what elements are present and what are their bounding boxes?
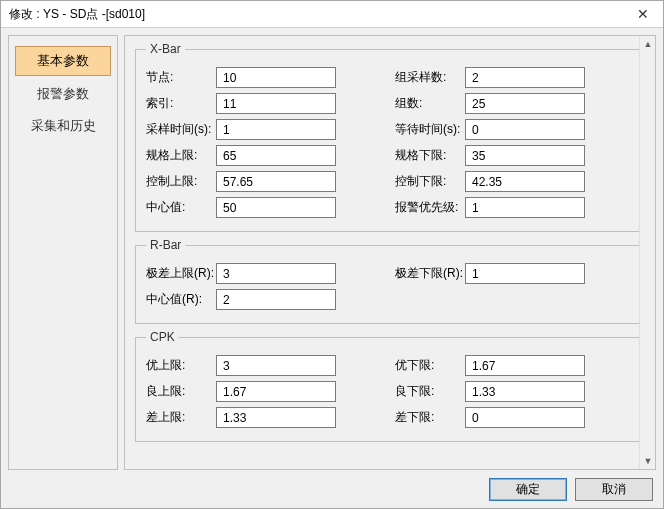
ok-button[interactable]: 确定 (489, 478, 567, 501)
input-sample-time[interactable] (216, 119, 336, 140)
label-group-samples: 组采样数: (395, 69, 465, 86)
scroll-area: X-Bar 节点: 组采样数: 索引: (125, 36, 639, 469)
label-range-upper: 极差上限(R): (146, 265, 216, 282)
label-ctrl-lower: 控制下限: (395, 173, 465, 190)
dialog-window: 修改 : YS - SD点 -[sd010] ✕ 基本参数 报警参数 采集和历史… (0, 0, 664, 509)
sidebar-item-alarm-params[interactable]: 报警参数 (15, 80, 111, 108)
input-group-samples[interactable] (465, 67, 585, 88)
label-good-lower: 良下限: (395, 383, 465, 400)
group-xbar-legend: X-Bar (146, 42, 185, 56)
input-poor-upper[interactable] (216, 407, 336, 428)
sidebar-item-label: 基本参数 (37, 53, 89, 68)
content-panel: X-Bar 节点: 组采样数: 索引: (124, 35, 656, 470)
input-spec-lower[interactable] (465, 145, 585, 166)
label-center-r: 中心值(R): (146, 291, 216, 308)
body-area: 基本参数 报警参数 采集和历史 X-Bar 节点: (1, 28, 663, 470)
sidebar-item-collect-history[interactable]: 采集和历史 (15, 112, 111, 140)
input-spec-upper[interactable] (216, 145, 336, 166)
input-ctrl-lower[interactable] (465, 171, 585, 192)
window-title: 修改 : YS - SD点 -[sd010] (9, 6, 145, 23)
input-alarm-prio[interactable] (465, 197, 585, 218)
cancel-button[interactable]: 取消 (575, 478, 653, 501)
input-ctrl-upper[interactable] (216, 171, 336, 192)
chevron-down-icon: ▼ (644, 456, 653, 466)
label-range-lower: 极差下限(R): (395, 265, 465, 282)
label-exc-upper: 优上限: (146, 357, 216, 374)
input-index[interactable] (216, 93, 336, 114)
input-center-r[interactable] (216, 289, 336, 310)
label-exc-lower: 优下限: (395, 357, 465, 374)
group-cpk-legend: CPK (146, 330, 179, 344)
sidebar-item-label: 采集和历史 (31, 118, 96, 133)
input-good-upper[interactable] (216, 381, 336, 402)
close-icon: ✕ (637, 6, 649, 22)
group-rbar: R-Bar 极差上限(R): 极差下限(R): 中心值( (135, 238, 639, 324)
input-exc-upper[interactable] (216, 355, 336, 376)
input-group-count[interactable] (465, 93, 585, 114)
label-poor-upper: 差上限: (146, 409, 216, 426)
input-poor-lower[interactable] (465, 407, 585, 428)
label-good-upper: 良上限: (146, 383, 216, 400)
label-ctrl-upper: 控制上限: (146, 173, 216, 190)
chevron-up-icon: ▲ (644, 39, 653, 49)
label-center: 中心值: (146, 199, 216, 216)
scroll-up-button[interactable]: ▲ (640, 36, 656, 52)
input-exc-lower[interactable] (465, 355, 585, 376)
group-rbar-legend: R-Bar (146, 238, 185, 252)
footer: 确定 取消 (1, 470, 663, 508)
label-poor-lower: 差下限: (395, 409, 465, 426)
input-range-lower[interactable] (465, 263, 585, 284)
sidebar: 基本参数 报警参数 采集和历史 (8, 35, 118, 470)
label-spec-lower: 规格下限: (395, 147, 465, 164)
input-good-lower[interactable] (465, 381, 585, 402)
input-node[interactable] (216, 67, 336, 88)
group-xbar: X-Bar 节点: 组采样数: 索引: (135, 42, 639, 232)
label-wait-time: 等待时间(s): (395, 121, 465, 138)
sidebar-item-basic-params[interactable]: 基本参数 (15, 46, 111, 76)
close-button[interactable]: ✕ (623, 1, 663, 27)
label-node: 节点: (146, 69, 216, 86)
cancel-button-label: 取消 (602, 481, 626, 498)
input-range-upper[interactable] (216, 263, 336, 284)
scroll-down-button[interactable]: ▼ (640, 453, 656, 469)
label-alarm-prio: 报警优先级: (395, 199, 465, 216)
scrollbar-track[interactable] (640, 52, 655, 453)
input-center[interactable] (216, 197, 336, 218)
titlebar: 修改 : YS - SD点 -[sd010] ✕ (1, 1, 663, 28)
sidebar-item-label: 报警参数 (37, 86, 89, 101)
label-spec-upper: 规格上限: (146, 147, 216, 164)
label-index: 索引: (146, 95, 216, 112)
input-wait-time[interactable] (465, 119, 585, 140)
label-group-count: 组数: (395, 95, 465, 112)
vertical-scrollbar[interactable]: ▲ ▼ (639, 36, 655, 469)
group-cpk: CPK 优上限: 优下限: 良上限: (135, 330, 639, 442)
label-sample-time: 采样时间(s): (146, 121, 216, 138)
ok-button-label: 确定 (516, 481, 540, 498)
